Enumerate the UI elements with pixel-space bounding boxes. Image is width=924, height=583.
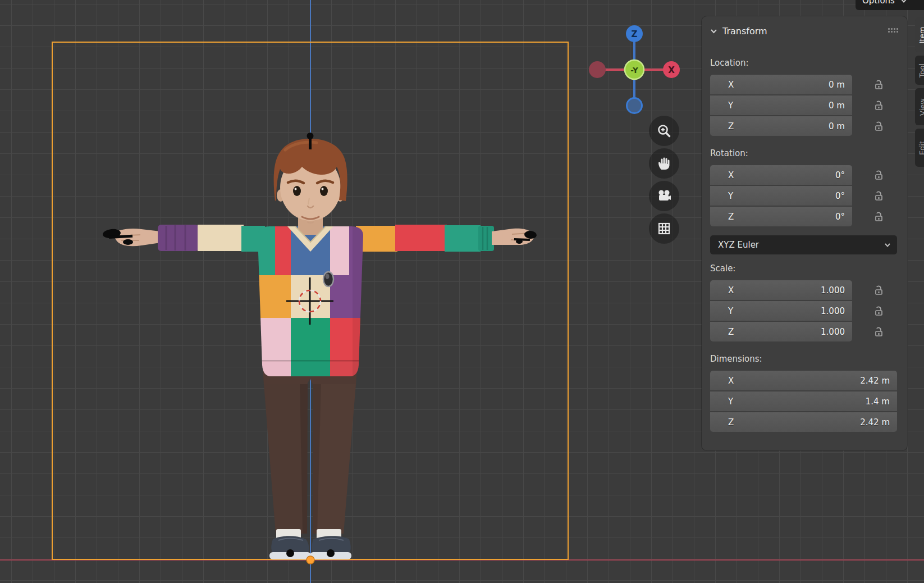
rotation-y-lock-button[interactable] — [872, 190, 885, 202]
hand-icon — [656, 156, 672, 171]
rotation-x-row: X 0° — [710, 165, 907, 185]
blender-3d-viewport[interactable]: Z X -Y — [0, 0, 924, 583]
axis-value: 1.000 — [821, 327, 845, 337]
location-x-row: X 0 m — [710, 75, 907, 94]
location-z-lock-button[interactable] — [872, 120, 885, 133]
gizmo-neg-z-ball[interactable] — [627, 98, 642, 113]
axis-value: 1.4 m — [866, 397, 890, 407]
axis-label: X — [728, 170, 734, 180]
unlock-icon — [872, 79, 885, 91]
collapse-chevron-icon[interactable] — [710, 28, 717, 35]
location-y-field[interactable]: Y 0 m — [710, 95, 852, 115]
rotation-label: Rotation: — [710, 148, 907, 161]
sidebar-tab-item[interactable]: Item — [915, 17, 924, 52]
navigation-gizmo[interactable]: Z X -Y — [589, 25, 680, 113]
scale-x-lock-button[interactable] — [872, 284, 885, 297]
sidebar-tab-view[interactable]: View — [915, 88, 924, 125]
dimensions-z-row: Z 2.42 m — [710, 412, 907, 432]
panel-title: Transform — [722, 26, 767, 37]
axis-value: 0° — [835, 212, 845, 222]
axis-label: Z — [728, 327, 734, 337]
unlock-icon — [872, 99, 885, 112]
location-z-field[interactable]: Z 0 m — [710, 116, 852, 136]
unlock-icon — [872, 326, 885, 338]
dimensions-x-field[interactable]: X 2.42 m — [710, 371, 897, 390]
dimensions-x-row: X 2.42 m — [710, 371, 907, 390]
scale-label: Scale: — [710, 263, 907, 276]
tab-label: Tool — [918, 63, 924, 77]
axis-label: Z — [728, 121, 734, 131]
axis-value: 0° — [835, 191, 845, 201]
rotation-x-field[interactable]: X 0° — [710, 165, 852, 185]
axis-label: Y — [728, 191, 733, 201]
scale-z-field[interactable]: Z 1.000 — [710, 322, 852, 341]
viewport-zoom-button[interactable] — [649, 116, 679, 146]
axis-label: Z — [728, 417, 734, 427]
character-model[interactable] — [102, 133, 537, 559]
axis-value: 1.000 — [821, 306, 845, 316]
rotation-z-lock-button[interactable] — [872, 211, 885, 223]
unlock-icon — [872, 169, 885, 181]
axis-label: X — [728, 80, 734, 90]
axis-label: Z — [728, 212, 734, 222]
gizmo-neg-y-label: -Y — [630, 66, 638, 75]
rotation-y-row: Y 0° — [710, 186, 907, 206]
unlock-icon — [872, 120, 885, 133]
axis-label: Y — [728, 397, 733, 407]
location-x-field[interactable]: X 0 m — [710, 75, 852, 94]
rotation-z-row: Z 0° — [710, 207, 907, 226]
options-button[interactable]: Options — [856, 0, 924, 10]
character-legs — [263, 366, 357, 559]
axis-label: X — [728, 376, 734, 386]
axis-label: Y — [728, 101, 733, 111]
rotation-x-lock-button[interactable] — [872, 169, 885, 181]
location-y-lock-button[interactable] — [872, 99, 885, 112]
unlock-icon — [872, 211, 885, 223]
gizmo-neg-x-ball[interactable] — [589, 61, 606, 78]
axis-value: 1.000 — [821, 285, 845, 295]
dimensions-label: Dimensions: — [710, 354, 907, 366]
character-right-arm — [356, 225, 534, 252]
rotation-z-field[interactable]: Z 0° — [710, 207, 852, 226]
viewport-pan-button[interactable] — [649, 148, 679, 179]
character-left-arm — [115, 225, 265, 252]
scale-x-field[interactable]: X 1.000 — [710, 280, 852, 300]
unlock-icon — [872, 284, 885, 297]
dimensions-y-row: Y 1.4 m — [710, 391, 907, 411]
axis-value: 0° — [835, 170, 845, 180]
dimensions-z-field[interactable]: Z 2.42 m — [710, 412, 897, 432]
scale-x-row: X 1.000 — [710, 280, 907, 300]
panel-drag-handle[interactable] — [888, 28, 899, 34]
gizmo-x-label: X — [668, 65, 675, 75]
chevron-down-icon — [884, 241, 891, 249]
magnifier-plus-icon — [656, 123, 672, 139]
unlock-icon — [872, 305, 885, 317]
location-y-row: Y 0 m — [710, 95, 907, 115]
axis-value: 0 m — [829, 121, 845, 131]
location-label: Location: — [710, 58, 907, 70]
axis-label: Y — [728, 306, 733, 316]
sidebar-tab-edit[interactable]: Edit — [915, 129, 924, 167]
transform-panel: Transform Location: X 0 m Y 0 m — [702, 16, 907, 450]
location-x-lock-button[interactable] — [872, 79, 885, 91]
rotation-mode-dropdown[interactable]: XYZ Euler — [710, 235, 897, 254]
location-z-row: Z 0 m — [710, 116, 907, 136]
dimensions-y-field[interactable]: Y 1.4 m — [710, 391, 897, 411]
scale-y-lock-button[interactable] — [872, 305, 885, 317]
axis-value: 0 m — [829, 101, 845, 111]
viewport-camera-button[interactable] — [649, 181, 679, 211]
object-origin-point — [307, 556, 314, 564]
tab-label: Edit — [918, 140, 924, 154]
chest-pin — [323, 272, 333, 286]
grid-icon — [656, 221, 672, 236]
scale-z-lock-button[interactable] — [872, 326, 885, 338]
scale-y-field[interactable]: Y 1.000 — [710, 301, 852, 321]
viewport-ortho-toggle-button[interactable] — [649, 213, 679, 244]
gizmo-z-label: Z — [632, 29, 638, 39]
movie-camera-icon — [656, 188, 672, 204]
rotation-y-field[interactable]: Y 0° — [710, 186, 852, 206]
scale-z-row: Z 1.000 — [710, 322, 907, 341]
tab-label: View — [918, 98, 924, 116]
sidebar-tab-tool[interactable]: Tool — [915, 56, 924, 85]
tab-label: Item — [918, 26, 924, 43]
